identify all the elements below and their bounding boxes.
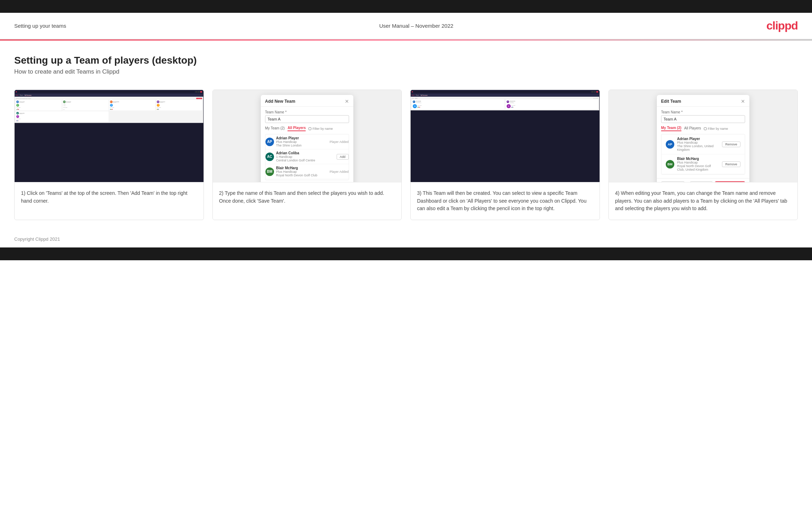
player-row: BM Blair McHarg Plus Handicap Royal Nort… bbox=[265, 164, 349, 179]
page-title: Setting up a Team of players (desktop) bbox=[14, 55, 798, 66]
dialog-title: Add New Team bbox=[265, 99, 295, 104]
edit-dialog-tabs: My Team (2) All Players Filter by name bbox=[661, 126, 745, 131]
card-3-text: 3) This Team will then be created. You c… bbox=[411, 182, 600, 220]
player-avatar: BM bbox=[265, 167, 274, 176]
edit-player-row: AP Adrian Player Plus Handicap The Shire… bbox=[661, 134, 745, 154]
edit-team-name-input[interactable] bbox=[661, 115, 745, 123]
footer: Copyright Clippd 2021 bbox=[0, 231, 812, 247]
player-row: AC Adrian Coliba 1 Handicap Central Lond… bbox=[265, 149, 349, 164]
page-subtitle: How to create and edit Teams in Clippd bbox=[14, 68, 798, 75]
edit-save-team-button[interactable]: Save Team bbox=[715, 181, 745, 182]
edit-dialog-header: Edit Team ✕ bbox=[657, 95, 749, 107]
edit-dialog-title: Edit Team bbox=[661, 99, 681, 104]
edit-team-name-label: Team Name * bbox=[661, 110, 745, 114]
player-info: Adrian Player Plus Handicap The Shire Lo… bbox=[677, 137, 719, 151]
edit-team-dialog: Edit Team ✕ Team Name * My Team (2) All … bbox=[657, 95, 749, 182]
filter-checkbox[interactable] bbox=[309, 127, 311, 130]
player-info: Blair McHarg Plus Handicap Royal North D… bbox=[677, 157, 719, 171]
card-1: Home Players My Performance Showing 5 ou… bbox=[14, 90, 204, 220]
dialog-body: Team Name * My Team (2) All Players Filt… bbox=[261, 107, 353, 182]
close-icon[interactable]: ✕ bbox=[345, 98, 349, 104]
team-name-input[interactable] bbox=[265, 115, 349, 123]
player-avatar: AP bbox=[265, 138, 274, 146]
header: Setting up your teams User Manual – Nove… bbox=[0, 13, 812, 39]
edit-player-row: BM Blair McHarg Plus Handicap Royal Nort… bbox=[661, 154, 745, 174]
player-info: Adrian Coliba 1 Handicap Central London … bbox=[276, 151, 334, 162]
screenshot-4: Edit Team ✕ Team Name * My Team (2) All … bbox=[609, 90, 798, 182]
header-left-text: Setting up your teams bbox=[14, 23, 66, 29]
card-4-text: 4) When editing your Team, you can chang… bbox=[609, 182, 798, 220]
tab-all-players[interactable]: All Players bbox=[288, 126, 306, 131]
remove-player-button[interactable]: Remove bbox=[722, 161, 740, 167]
card-2: Add New Team ✕ Team Name * My Team (2) A… bbox=[212, 90, 402, 220]
player-row: AP Adrian Player Plus Handicap The Shire… bbox=[265, 134, 349, 149]
card-3: Home Players My Performance Teams Team A… bbox=[410, 90, 600, 220]
delete-button[interactable]: 🗑 Delete bbox=[661, 181, 685, 182]
edit-cancel-button[interactable]: Cancel bbox=[690, 181, 713, 182]
player-avatar: AP bbox=[666, 140, 674, 149]
screenshot-3: Home Players My Performance Teams Team A… bbox=[411, 90, 600, 182]
player-row: DB Dave Billingham 5 Handicap The Gog Ma… bbox=[265, 179, 349, 180]
dialog-header: Add New Team ✕ bbox=[261, 95, 353, 107]
player-info: Adrian Player Plus Handicap The Shire Lo… bbox=[276, 136, 327, 147]
screenshot-1: Home Players My Performance Showing 5 ou… bbox=[15, 90, 204, 182]
header-center-text: User Manual – November 2022 bbox=[379, 23, 453, 29]
card-2-text: 2) Type the name of this Team and then s… bbox=[213, 182, 402, 220]
edit-player-list: AP Adrian Player Plus Handicap The Shire… bbox=[661, 134, 745, 175]
screenshot-2: Add New Team ✕ Team Name * My Team (2) A… bbox=[213, 90, 402, 182]
card-1-text: 1) Click on 'Teams' at the top of the sc… bbox=[15, 182, 204, 220]
edit-dialog-footer: 🗑 Delete Cancel Save Team bbox=[657, 178, 749, 182]
filter-label-edit: Filter by name bbox=[704, 127, 728, 130]
player-added-badge: Player Added bbox=[329, 170, 349, 174]
tab-my-team-edit[interactable]: My Team (2) bbox=[661, 126, 681, 131]
main-content: Setting up a Team of players (desktop) H… bbox=[0, 41, 812, 231]
tab-my-team[interactable]: My Team (2) bbox=[265, 126, 285, 131]
close-icon[interactable]: ✕ bbox=[741, 98, 745, 104]
cards-grid: Home Players My Performance Showing 5 ou… bbox=[14, 90, 798, 220]
player-info: Blair McHarg Plus Handicap Royal North D… bbox=[276, 166, 327, 177]
team-name-label: Team Name * bbox=[265, 110, 349, 114]
filter-checkbox-edit[interactable] bbox=[704, 127, 707, 130]
filter-label: Filter by name bbox=[309, 127, 333, 130]
card-4: Edit Team ✕ Team Name * My Team (2) All … bbox=[608, 90, 798, 220]
player-added-badge: Player Added bbox=[329, 140, 349, 144]
remove-player-button[interactable]: Remove bbox=[722, 142, 740, 147]
add-team-dialog: Add New Team ✕ Team Name * My Team (2) A… bbox=[261, 95, 353, 182]
top-bar bbox=[0, 0, 812, 13]
tab-all-players-edit[interactable]: All Players bbox=[684, 126, 701, 131]
player-list: AP Adrian Player Plus Handicap The Shire… bbox=[265, 134, 349, 180]
edit-dialog-body: Team Name * My Team (2) All Players Filt… bbox=[657, 107, 749, 178]
add-player-button[interactable]: Add bbox=[337, 154, 349, 160]
logo: clippd bbox=[766, 19, 798, 32]
copyright-text: Copyright Clippd 2021 bbox=[14, 236, 60, 242]
bottom-bar bbox=[0, 247, 812, 260]
player-avatar: AC bbox=[265, 153, 274, 161]
dialog-tabs: My Team (2) All Players Filter by name bbox=[265, 126, 349, 131]
player-avatar: BM bbox=[666, 160, 674, 169]
